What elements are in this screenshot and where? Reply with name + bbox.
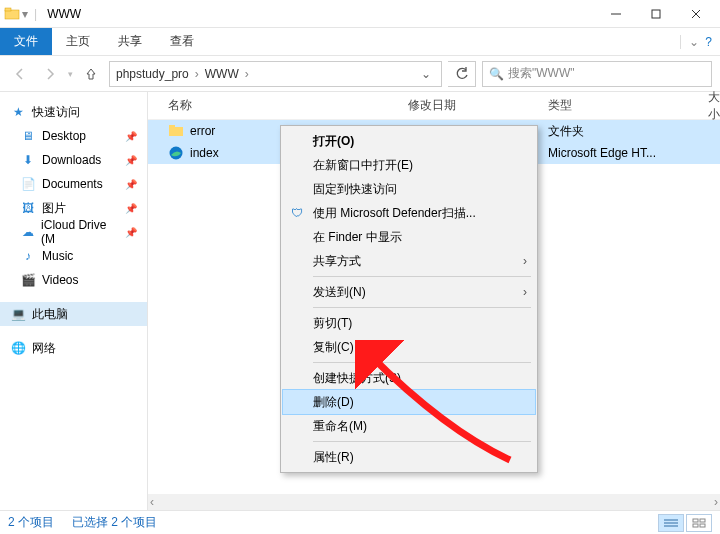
ctx-send-to[interactable]: 发送到(N)› [283,280,535,304]
cloud-icon: ☁ [20,224,35,240]
sidebar-item-downloads[interactable]: ⬇Downloads📌 [0,148,147,172]
titlebar-icons: ▾ | [4,6,41,22]
close-button[interactable] [676,0,716,28]
breadcrumb-sep: › [245,67,249,81]
pictures-icon: 🖼 [20,200,36,216]
chevron-down-icon[interactable]: ⌄ [680,35,699,49]
tab-view[interactable]: 查看 [156,28,208,55]
up-button[interactable] [79,62,103,86]
videos-icon: 🎬 [20,272,36,288]
sidebar-item-label: 此电脑 [32,306,68,323]
sidebar-item-label: 图片 [42,200,66,217]
sidebar-quick-access[interactable]: ★ 快速访问 [0,100,147,124]
menu-label: 属性(R) [313,449,354,466]
file-type: 文件夹 [548,123,708,140]
ctx-properties[interactable]: 属性(R) [283,445,535,469]
ctx-defender-scan[interactable]: 🛡使用 Microsoft Defender扫描... [283,201,535,225]
ctx-open[interactable]: 打开(O) [283,129,535,153]
scroll-left-icon[interactable]: ‹ [150,495,154,509]
sidebar-item-music[interactable]: ♪Music [0,244,147,268]
column-date[interactable]: 修改日期 [408,97,548,114]
pin-icon: 📌 [125,203,137,214]
menu-label: 打开(O) [313,133,354,150]
sidebar-item-desktop[interactable]: 🖥Desktop📌 [0,124,147,148]
sidebar-network[interactable]: 🌐网络 [0,336,147,360]
help-icon[interactable]: ? [705,35,712,49]
sidebar-item-pictures[interactable]: 🖼图片📌 [0,196,147,220]
desktop-icon: 🖥 [20,128,36,144]
column-name[interactable]: 名称 [148,97,408,114]
maximize-button[interactable] [636,0,676,28]
sidebar-item-label: Documents [42,177,103,191]
recent-dropdown[interactable]: ▾ [68,69,73,79]
quick-down-icon[interactable]: ▾ [22,7,28,21]
ctx-cut[interactable]: 剪切(T) [283,311,535,335]
ctx-new-window[interactable]: 在新窗口中打开(E) [283,153,535,177]
minimize-button[interactable] [596,0,636,28]
menu-label: 在 Finder 中显示 [313,229,402,246]
sidebar-item-icloud[interactable]: ☁iCloud Drive (M📌 [0,220,147,244]
details-view-button[interactable] [658,514,684,532]
menu-label: 发送到(N) [313,284,366,301]
address-dropdown-icon[interactable]: ⌄ [417,67,435,81]
folder-icon [168,123,184,139]
title-bar: ▾ | WWW [0,0,720,28]
tab-share[interactable]: 共享 [104,28,156,55]
menu-label: 固定到快速访问 [313,181,397,198]
ctx-share-with[interactable]: 共享方式› [283,249,535,273]
sidebar-item-label: Desktop [42,129,86,143]
svg-rect-15 [700,524,705,527]
sidebar-this-pc[interactable]: 💻此电脑 [0,302,147,326]
sidebar-item-label: Videos [42,273,78,287]
pin-icon: 📌 [125,131,137,142]
breadcrumb[interactable]: WWW [205,67,239,81]
ctx-rename[interactable]: 重命名(M) [283,414,535,438]
search-icon: 🔍 [489,67,504,81]
menu-separator [313,441,531,442]
address-bar: ▾ phpstudy_pro › WWW › ⌄ 🔍 搜索"WWW" [0,56,720,92]
ctx-pin-quick[interactable]: 固定到快速访问 [283,177,535,201]
menu-label: 剪切(T) [313,315,352,332]
search-placeholder: 搜索"WWW" [508,65,575,82]
folder-icon [4,6,20,22]
sidebar-item-label: 快速访问 [32,104,80,121]
address-box[interactable]: phpstudy_pro › WWW › ⌄ [109,61,442,87]
breadcrumb-sep: › [195,67,199,81]
ctx-create-shortcut[interactable]: 创建快捷方式(S) [283,366,535,390]
menu-separator [313,362,531,363]
refresh-button[interactable] [448,61,476,87]
music-icon: ♪ [20,248,36,264]
ctx-finder[interactable]: 在 Finder 中显示 [283,225,535,249]
horizontal-scrollbar[interactable]: ‹ › [148,494,720,510]
status-bar: 2 个项目 已选择 2 个项目 [0,510,720,534]
forward-button[interactable] [38,62,62,86]
sidebar: ★ 快速访问 🖥Desktop📌 ⬇Downloads📌 📄Documents📌… [0,92,148,510]
sidebar-item-videos[interactable]: 🎬Videos [0,268,147,292]
column-type[interactable]: 类型 [548,97,708,114]
sidebar-item-label: iCloud Drive (M [41,218,119,246]
tab-file[interactable]: 文件 [0,28,52,55]
svg-rect-3 [652,10,660,18]
sidebar-item-documents[interactable]: 📄Documents📌 [0,172,147,196]
menu-label: 复制(C) [313,339,354,356]
tab-home[interactable]: 主页 [52,28,104,55]
status-selected: 已选择 2 个项目 [72,514,157,531]
svg-rect-12 [693,519,698,522]
breadcrumb[interactable]: phpstudy_pro [116,67,189,81]
ctx-copy[interactable]: 复制(C) [283,335,535,359]
menu-separator [313,307,531,308]
star-icon: ★ [10,104,26,120]
submenu-arrow-icon: › [523,254,527,268]
pin-icon: 📌 [125,155,137,166]
ctx-delete[interactable]: 删除(D) [283,390,535,414]
context-menu: 打开(O) 在新窗口中打开(E) 固定到快速访问 🛡使用 Microsoft D… [280,125,538,473]
column-headers[interactable]: 名称 修改日期 类型 大小 [148,92,720,120]
scroll-right-icon[interactable]: › [714,495,718,509]
search-input[interactable]: 🔍 搜索"WWW" [482,61,712,87]
thumbnails-view-button[interactable] [686,514,712,532]
back-button[interactable] [8,62,32,86]
menu-label: 在新窗口中打开(E) [313,157,413,174]
sidebar-item-label: 网络 [32,340,56,357]
column-size[interactable]: 大小 [708,89,720,123]
downloads-icon: ⬇ [20,152,36,168]
